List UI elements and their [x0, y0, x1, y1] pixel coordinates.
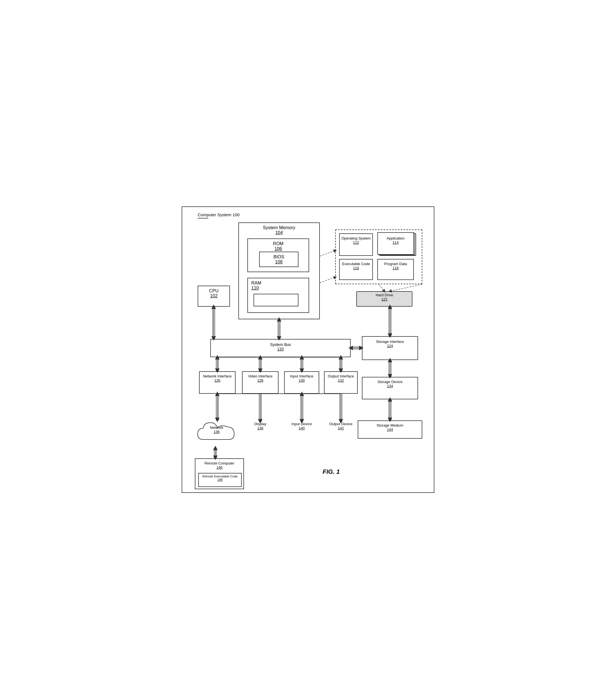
- output-interface-box: Output Interface 132: [324, 371, 358, 394]
- computer-system-label: Computer System 100: [198, 212, 240, 219]
- remote-executable-code-label: Remote Executable Code 148: [199, 474, 241, 482]
- storage-interface-label: Storage Interface 124: [362, 337, 417, 348]
- input-device-label: Input Device 140: [284, 422, 319, 430]
- application-stacked: Application 114: [377, 232, 418, 258]
- network-label: Network 136: [195, 425, 238, 434]
- remote-computer-label: Remote Computer 146: [196, 459, 243, 470]
- input-interface-box: Input Interface 130: [284, 371, 319, 394]
- system-bus-label: System Bus 120: [211, 340, 350, 351]
- page: Computer System 100 System Memory 104 RO…: [182, 207, 434, 493]
- rom-box: ROM 106 BIOS 108: [247, 238, 309, 272]
- storage-device-label: Storage Device 134: [362, 378, 417, 388]
- bios-box: BIOS 108: [259, 252, 298, 267]
- hard-drive-label: Hard Drive 122: [357, 292, 412, 301]
- storage-medium-box: Storage Medium 144: [358, 420, 422, 439]
- fig-label: FIG. 1: [323, 468, 340, 475]
- remote-executable-code-box: Remote Executable Code 148: [198, 473, 242, 487]
- input-device-label-area: Input Device 140: [284, 422, 319, 430]
- display-label-area: Display 138: [242, 422, 279, 430]
- svg-line-49: [379, 284, 384, 291]
- svg-line-48: [320, 277, 335, 283]
- ram-inner-box: [254, 294, 298, 306]
- svg-line-47: [320, 251, 335, 256]
- executable-code-label: Executable Code 116: [340, 260, 372, 270]
- software-dashed-box: Operating System 112 Application 114 Exe…: [335, 229, 422, 284]
- os-box: Operating System 112: [339, 233, 373, 256]
- system-bus-box: System Bus 120: [210, 339, 351, 357]
- storage-device-box: Storage Device 134: [362, 377, 418, 399]
- cpu-box: CPU 102: [198, 286, 230, 307]
- video-interface-label: Video Interface 128: [243, 372, 278, 382]
- ram-label: RAM 110: [248, 278, 309, 291]
- program-data-box: Program Data 118: [377, 259, 414, 280]
- title-text: Computer System 100: [198, 212, 240, 217]
- output-device-label: Output Device 142: [324, 422, 358, 430]
- rom-label: ROM 106: [248, 239, 309, 251]
- system-memory-box: System Memory 104 ROM 106 BIOS 108 RAM 1…: [238, 222, 320, 319]
- output-interface-label: Output Interface 132: [324, 372, 357, 382]
- display-label: Display 138: [242, 422, 279, 430]
- executable-code-box: Executable Code 116: [339, 259, 373, 280]
- video-interface-box: Video Interface 128: [242, 371, 279, 394]
- network-cloud: Network 136: [195, 420, 238, 448]
- input-interface-label: Input Interface 130: [285, 372, 319, 382]
- system-memory-label: System Memory 104: [239, 223, 319, 235]
- storage-interface-box: Storage Interface 124: [362, 336, 418, 360]
- svg-line-50: [390, 284, 422, 291]
- output-device-label-area: Output Device 142: [324, 422, 358, 430]
- ram-box: RAM 110: [247, 278, 309, 313]
- remote-computer-box: Remote Computer 146 Remote Executable Co…: [195, 458, 244, 489]
- network-interface-box: Network Interface 126: [199, 371, 236, 394]
- hard-drive-box: Hard Drive 122: [356, 291, 413, 307]
- bios-label: BIOS 108: [260, 252, 298, 265]
- os-label: Operating System 112: [340, 234, 372, 245]
- cpu-label: CPU 102: [198, 286, 229, 299]
- network-interface-label: Network Interface 126: [200, 372, 235, 382]
- application-label: Application 114: [378, 233, 413, 245]
- storage-medium-label: Storage Medium 144: [358, 421, 422, 432]
- application-box: Application 114: [377, 232, 414, 255]
- program-data-label: Program Data 118: [378, 260, 413, 270]
